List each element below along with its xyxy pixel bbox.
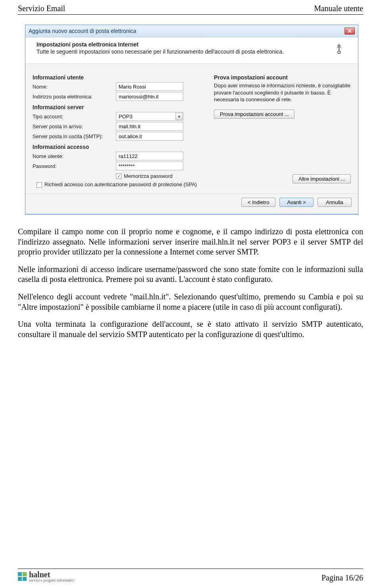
dialog-title-bar: Aggiunta nuovo account di posta elettron… (25, 25, 358, 37)
username-field[interactable] (116, 152, 183, 160)
remember-password-checkbox[interactable]: ✓ (116, 174, 121, 179)
outgoing-server-field[interactable] (116, 132, 183, 141)
doc-header: Servizio Email Manuale utente (18, 4, 363, 15)
user-info-heading: Informazioni utente (33, 74, 207, 81)
doc-header-left: Servizio Email (18, 4, 65, 13)
test-settings-button[interactable]: Prova impostazioni account ... (214, 110, 294, 119)
server-info-heading: Informazioni server (33, 104, 207, 110)
more-settings-button[interactable]: Altre impostazioni ... (292, 174, 351, 183)
spa-checkbox[interactable] (37, 182, 42, 188)
logo-tagline: servizi e progetti informatici (29, 578, 74, 582)
account-type-value[interactable] (116, 112, 183, 121)
next-button[interactable]: Avanti > (279, 198, 314, 207)
paragraph-4: Una volta terminata la configurazione de… (18, 319, 363, 339)
account-type-select[interactable]: ▾ (116, 112, 183, 121)
test-settings-heading: Prova impostazioni account (214, 74, 351, 81)
outgoing-server-label: Server posta in uscita (SMTP): (33, 133, 116, 139)
name-label: Nome: (33, 84, 116, 90)
remember-password-label: Memorizza password (124, 173, 173, 179)
test-settings-description: Dopo aver immesso le informazioni richie… (214, 82, 351, 103)
incoming-server-label: Server posta in arrivo: (33, 123, 116, 129)
page-number: Pagina 16/26 (321, 573, 363, 582)
pointer-icon: ⥉ (333, 41, 347, 57)
document-body: Compilare il campo nome con il proprio n… (18, 227, 363, 339)
username-label: Nome utente: (33, 153, 116, 159)
dialog-banner: Impostazioni posta elettronica Internet … (25, 37, 358, 64)
spa-label: Richiedi accesso con autenticazione pass… (44, 181, 197, 187)
incoming-server-field[interactable] (116, 122, 183, 131)
email-label: Indirizzo posta elettronica: (33, 94, 116, 100)
password-label: Password: (33, 163, 116, 169)
password-field[interactable] (116, 162, 183, 170)
paragraph-1: Compilare il campo nome con il proprio n… (18, 227, 363, 257)
cancel-button[interactable]: Annulla (318, 198, 352, 207)
banner-title: Impostazioni posta elettronica Internet (37, 41, 139, 48)
close-button[interactable] (344, 27, 355, 35)
logo-brand-text: halnet (29, 571, 74, 578)
email-field[interactable] (116, 92, 183, 101)
doc-footer: halnet servizi e progetti informatici Pa… (18, 569, 363, 582)
doc-header-right: Manuale utente (314, 4, 363, 13)
account-type-label: Tipo account: (33, 114, 116, 120)
logo-icon (18, 572, 27, 581)
name-field[interactable] (116, 82, 183, 91)
chevron-down-icon: ▾ (175, 113, 183, 120)
paragraph-2: Nelle informazioni di accesso indicare u… (18, 264, 363, 285)
email-account-dialog: Aggiunta nuovo account di posta elettron… (25, 25, 358, 215)
brand-logo: halnet servizi e progetti informatici (18, 571, 74, 582)
paragraph-3: Nell'elenco degli account vedrete "mail.… (18, 292, 363, 312)
dialog-footer: < Indietro Avanti > Annulla (25, 193, 358, 213)
access-info-heading: Informazioni accesso (33, 144, 207, 150)
dialog-title-text: Aggiunta nuovo account di posta elettron… (29, 28, 137, 34)
close-icon (348, 29, 352, 33)
back-button[interactable]: < Indietro (241, 198, 275, 207)
banner-subtitle: Tutte le seguenti impostazioni sono nece… (37, 48, 284, 55)
